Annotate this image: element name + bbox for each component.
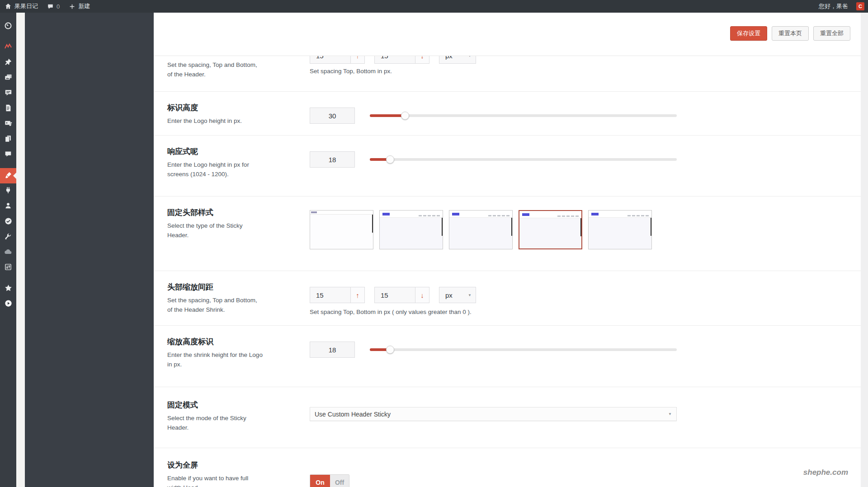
section-description: Set the spacing, Top and Bottom, of the …: [167, 296, 263, 315]
users-icon: [4, 201, 12, 211]
slider-handle[interactable]: [386, 346, 394, 354]
section-sticky-mode: 固定模式 Select the mode of the Sticky Heade…: [154, 387, 861, 448]
section-title: 头部缩放间距: [167, 283, 310, 292]
shrink-spacing-bottom-input[interactable]: 15 ↓: [374, 287, 429, 303]
responsive-logo-height-slider[interactable]: [370, 151, 677, 168]
thumb-logo: [591, 213, 599, 215]
arrow-down-icon[interactable]: ↓: [415, 287, 429, 303]
comment-bubble-icon: [47, 3, 54, 10]
arrow-up-icon[interactable]: ↑: [350, 287, 364, 303]
sticky-mode-select[interactable]: Use Custom Header Sticky ▼: [310, 407, 677, 421]
helper-text: Set spacing Top, Bottom in px ( only val…: [310, 309, 852, 315]
thumb-logo: [311, 211, 317, 213]
comments-menu[interactable]: 0: [42, 0, 64, 13]
sticky-style-options: [310, 210, 852, 249]
sidebar-item[interactable]: [0, 86, 16, 101]
sidebar-item[interactable]: [0, 168, 16, 183]
admin-menu: [0, 13, 16, 487]
logo-height-slider[interactable]: [370, 108, 677, 124]
star-icon: [4, 284, 13, 294]
full-width-toggle: On Off: [310, 474, 349, 487]
sidebar-item[interactable]: [0, 296, 16, 312]
thumb-menu-items: [487, 210, 509, 218]
slider-handle[interactable]: [401, 112, 409, 120]
section-sticky-header-style: 固定头部样式 Select the type of the Sticky Hea…: [154, 197, 861, 271]
account-greeting[interactable]: 您好，果爸: [814, 2, 853, 10]
helper-text: Set spacing Top, Bottom in px.: [310, 68, 852, 75]
toggle-off-button[interactable]: Off: [330, 475, 349, 487]
slider-handle[interactable]: [386, 155, 394, 164]
section-title: 标识高度: [167, 103, 310, 112]
comments-icon: [4, 150, 12, 160]
section-description: Select the type of the Sticky Header.: [167, 221, 263, 240]
admin-bar: 果果日记 0 新建 您好，果爸 C: [0, 0, 868, 13]
section-description: Enter the Logo height in px for screens …: [167, 160, 263, 179]
avatar[interactable]: C: [856, 2, 864, 10]
toggle-on-button[interactable]: On: [310, 475, 330, 487]
thumb-logo: [382, 213, 390, 215]
sticky-style-option[interactable]: [310, 210, 373, 249]
home-icon: [5, 3, 12, 10]
sidebar-item[interactable]: [0, 19, 16, 34]
selected-notch: [13, 173, 16, 179]
cloud-icon: [4, 247, 13, 258]
sidebar-item[interactable]: [0, 147, 16, 163]
thumb-scrollbar: [372, 215, 373, 233]
plugin-icon: [4, 186, 12, 196]
new-content-menu[interactable]: 新建: [64, 0, 94, 13]
thumb-header: [589, 211, 651, 218]
sync-box-icon: [4, 263, 12, 273]
sticky-style-option[interactable]: [588, 210, 652, 249]
sidebar-item[interactable]: [0, 214, 16, 229]
sidebar-item[interactable]: [0, 281, 16, 296]
circle-check-icon: [4, 217, 13, 227]
menu-scrollbar[interactable]: [16, 13, 25, 487]
site-name: 果果日记: [14, 2, 38, 10]
sticky-style-option[interactable]: [449, 210, 513, 249]
section-description: Enable if you want to have full width He…: [167, 474, 263, 487]
section-title: 缩放高度标识: [167, 337, 310, 347]
pages-icon: [4, 135, 12, 145]
responsive-logo-height-input[interactable]: 18: [310, 151, 355, 168]
thumb-header: [449, 211, 512, 218]
dashboard-icon: [4, 21, 13, 32]
sidebar-item[interactable]: [0, 245, 16, 260]
site-menu[interactable]: 果果日记: [0, 0, 42, 13]
sidebar-item[interactable]: [0, 101, 16, 117]
thumb-header: [380, 211, 443, 218]
sticky-style-option[interactable]: [519, 210, 582, 249]
thumb-scrollbar: [442, 218, 443, 236]
section-responsive-logo-height: 响应式呢 Enter the Logo height in px for scr…: [154, 136, 861, 197]
logo-height-input[interactable]: 30: [310, 108, 355, 124]
reset-page-button[interactable]: 重置本页: [772, 26, 809, 41]
sidebar-item[interactable]: [0, 183, 16, 199]
media-icon: [4, 73, 13, 84]
appearance-brush-icon: [4, 171, 13, 181]
new-label: 新建: [78, 2, 90, 10]
shrink-logo-height-slider[interactable]: [370, 342, 677, 358]
sticky-style-option[interactable]: [379, 210, 443, 249]
shrink-spacing-unit-select[interactable]: px ▼: [439, 287, 476, 303]
sidebar-item[interactable]: [0, 55, 16, 70]
thumb-scrollbar: [651, 218, 651, 236]
sidebar-item[interactable]: [0, 199, 16, 214]
sidebar-item[interactable]: [0, 260, 16, 276]
thumb-scrollbar: [511, 218, 512, 236]
section-shrink-logo-height: 缩放高度标识 Enter the shrink height for the L…: [154, 326, 861, 387]
save-settings-button[interactable]: 保存设置: [730, 26, 767, 41]
sidebar-item[interactable]: [0, 229, 16, 245]
thumb-scrollbar: [580, 218, 581, 236]
reset-all-button[interactable]: 重置全部: [813, 26, 850, 41]
sidebar-item[interactable]: [0, 70, 16, 86]
comments-count: 0: [57, 3, 60, 10]
thumb-header: [519, 211, 581, 218]
shrink-logo-height-input[interactable]: 18: [310, 342, 355, 358]
sidebar-item[interactable]: [0, 117, 16, 132]
sidebar-item[interactable]: [0, 132, 16, 147]
shrink-spacing-top-input[interactable]: 15 ↑: [310, 287, 365, 303]
action-bar: 保存设置 重置本页 重置全部: [154, 13, 861, 56]
sidebar-item[interactable]: [0, 40, 16, 55]
thumb-menu-items: [556, 211, 579, 219]
options-panel-sidebar: [25, 13, 154, 487]
page-scrollbar[interactable]: [861, 13, 868, 487]
